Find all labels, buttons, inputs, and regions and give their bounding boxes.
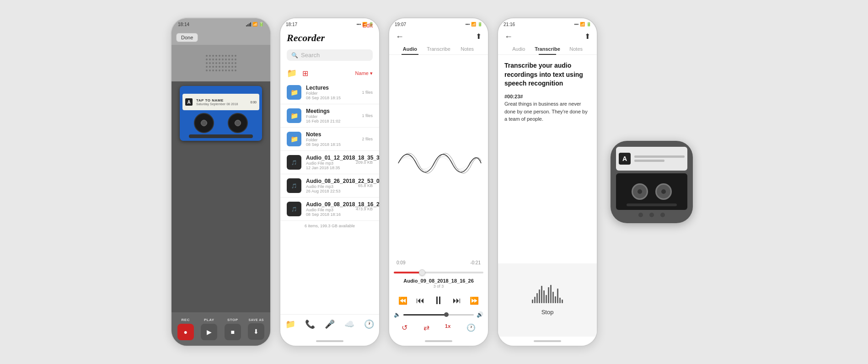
screen4-content: 21:16 ▪▪▪ 📶 🔋 ← ⬆ Audio Transcribe Notes… (498, 18, 597, 346)
s4-transcribe-title: Transcribe your audio recordings into te… (504, 61, 590, 88)
grille-dot (225, 59, 227, 60)
item-sub: Folder08 Sep 2018 18:15 (306, 91, 357, 100)
icon-reel-right (655, 183, 672, 200)
play-button[interactable]: PLAY ▶ (199, 318, 219, 340)
cassette-label[interactable]: A TAP TO NAME Saturday September 08 2018… (182, 94, 259, 110)
s4-back-button[interactable]: ← (504, 32, 513, 42)
s2-folder-tab[interactable]: 📁 (285, 319, 295, 329)
signal-bar-1 (246, 25, 247, 27)
tab-notes-s4[interactable]: Notes (562, 43, 590, 54)
pause-button[interactable]: ⏸ (433, 294, 444, 307)
grille-dot (235, 66, 236, 68)
edit-button[interactable]: Edit (363, 22, 373, 29)
s3-seek-thumb[interactable] (444, 312, 449, 317)
grille-dot (225, 70, 227, 71)
grille-row-5 (176, 70, 266, 71)
s2-mic-tab[interactable]: 🎤 (325, 319, 335, 329)
item-name: Audio_09_08_2018_18_16_26 (306, 201, 351, 208)
s3-seek-fill (403, 314, 445, 316)
waveform-svg (394, 59, 483, 267)
repeat-button[interactable]: ↺ (402, 323, 407, 332)
item-count: 1 files (362, 90, 373, 95)
tab-transcribe-s4[interactable]: Transcribe (533, 43, 562, 54)
list-item[interactable]: 🎵 Audio_01_12_2018_18_35_31 Audio File m… (280, 151, 379, 174)
tab-audio-s4[interactable]: Audio (504, 43, 533, 54)
s2-time: 18:17 (286, 22, 297, 27)
s4-time: 21:16 (504, 22, 515, 27)
item-info-notes: Notes Folder08 Sep 2018 18:15 (306, 131, 357, 147)
wm-bar (532, 300, 533, 303)
back-button[interactable]: ← (396, 32, 404, 42)
s2-clock-tab[interactable]: 🕐 (364, 319, 374, 329)
s3-progress-thumb[interactable] (419, 269, 425, 276)
tab-notes[interactable]: Notes (453, 43, 482, 54)
wm-bar (559, 298, 561, 303)
s4-status-bar: 21:16 ▪▪▪ 📶 🔋 (498, 18, 597, 30)
grille-dot (209, 55, 211, 57)
s3-signal: ▪▪▪ (465, 22, 470, 27)
tab-transcribe[interactable]: Transcribe (424, 43, 453, 54)
grille-dot (228, 66, 230, 68)
stop-transcribe-button[interactable]: Stop (541, 309, 554, 316)
grille-dot (228, 55, 230, 57)
phone-screen-2: 18:17 ▪▪▪ 📶 🔋 Recorder Edit 🔍 Search (279, 17, 380, 347)
list-item[interactable]: 📁 Meetings Folder16 Feb 2018 21:02 1 fil… (280, 104, 379, 128)
reel-hub (201, 120, 207, 126)
s2-app-title: Recorder (287, 32, 325, 43)
s3-filename: Audio_09_08_2018_18_16_26 (389, 276, 488, 284)
screen2-content: 18:17 ▪▪▪ 📶 🔋 Recorder Edit 🔍 Search (280, 18, 379, 346)
search-bar[interactable]: 🔍 Search (287, 49, 373, 61)
icon-label-lines (634, 155, 685, 162)
playback-rate-button[interactable]: 1x (445, 323, 450, 332)
s3-seek-track[interactable] (403, 314, 474, 316)
s3-progress-area[interactable] (389, 272, 488, 276)
icon-line-1 (634, 155, 685, 158)
screen1-controls: REC ● PLAY ▶ STOP ■ (171, 312, 270, 346)
list-item[interactable]: 🎵 Audio_09_08_2018_18_16_26 Audio File m… (280, 198, 379, 221)
fast-forward-button[interactable]: ⏭ (453, 296, 461, 305)
grille-dot (209, 66, 211, 68)
s2-signal-icon: ▪▪▪ (356, 22, 361, 27)
grille-dot (225, 55, 227, 57)
grille-row-2 (176, 59, 266, 60)
s2-phone-tab[interactable]: 📞 (305, 319, 315, 329)
s4-share-button[interactable]: ⬆ (584, 32, 590, 42)
grille-row-1 (176, 55, 266, 57)
rewind-button[interactable]: ⏮ (416, 296, 424, 305)
rec-button[interactable]: REC ● (176, 318, 196, 340)
stop-button[interactable]: STOP ■ (223, 318, 243, 340)
folder-icon-lectures: 📁 (287, 85, 301, 100)
icon-label-area: A (616, 147, 687, 171)
s2-cloud-tab[interactable]: ☁️ (344, 319, 354, 329)
list-item[interactable]: 📁 Notes Folder08 Sep 2018 18:15 2 files (280, 128, 379, 151)
grille-dot (225, 62, 227, 64)
done-button[interactable]: Done (176, 33, 198, 42)
sort-button[interactable]: Name ▾ (355, 70, 373, 76)
grille-dot (222, 62, 224, 64)
share-button[interactable]: ⬆ (476, 32, 482, 42)
item-name: Meetings (306, 108, 357, 114)
grille-dot (235, 55, 236, 57)
icon-reel-hub-left (638, 189, 642, 194)
icon-reel-left (632, 183, 648, 200)
s2-bottom-bar: 📁 📞 🎤 ☁️ 🕐 (280, 314, 379, 337)
skip-back-15-button[interactable]: ⏪ (398, 296, 407, 305)
grille-dot (231, 59, 233, 60)
audio-file-icon-1: 🎵 (287, 155, 301, 170)
list-item[interactable]: 🎵 Audio_08_26_2018_22_53_08 Audio File m… (280, 174, 379, 198)
history-button[interactable]: 🕐 (466, 323, 476, 332)
grid-view-icon[interactable]: ⊞ (302, 69, 308, 78)
screenshots-container: 18:14 📶 🔋 Done (161, 8, 707, 356)
save-as-button[interactable]: SAVE AS ⬇ (246, 318, 266, 340)
tab-audio[interactable]: Audio (396, 43, 424, 54)
shuffle-button[interactable]: ⇄ (423, 323, 429, 332)
grille-dot (206, 59, 208, 60)
screen3-content: 19:07 ▪▪▪ 📶 🔋 ← ⬆ Audio Transcribe Notes (389, 18, 488, 346)
s3-progress-bar[interactable] (394, 272, 483, 273)
skip-fwd-15-button[interactable]: ⏩ (470, 296, 479, 305)
s3-time-remaining: -0:21 (470, 260, 481, 265)
new-folder-icon[interactable]: 📁 (287, 68, 297, 78)
list-item[interactable]: 📁 Lectures Folder08 Sep 2018 18:15 1 fil… (280, 81, 379, 104)
save-icon: ⬇ (253, 328, 259, 335)
s3-bottom-controls: ↺ ⇄ 1x 🕐 (389, 321, 488, 337)
